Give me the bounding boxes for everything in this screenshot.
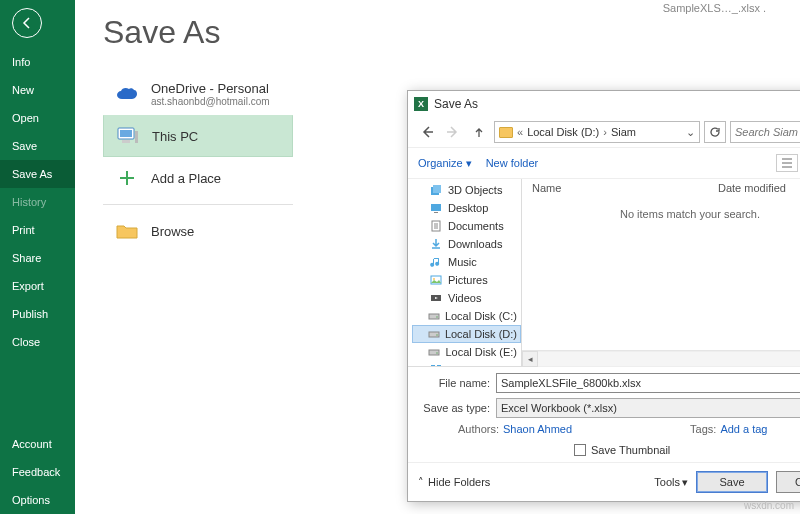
location-add-place[interactable]: Add a Place	[103, 157, 293, 198]
tree-item-local-disk-c-[interactable]: Local Disk (C:)	[412, 307, 521, 325]
svg-rect-6	[433, 185, 441, 193]
breadcrumb-seg2[interactable]: Siam	[611, 126, 636, 138]
titlebar-filename: SampleXLS…_.xlsx .	[657, 0, 800, 16]
nav-forward-button[interactable]	[442, 121, 464, 143]
sidebar-item-print[interactable]: Print	[0, 216, 75, 244]
view-options-button[interactable]	[776, 154, 798, 172]
svg-point-14	[436, 316, 438, 318]
svg-rect-1	[120, 130, 132, 137]
refresh-icon	[709, 126, 721, 138]
column-headers[interactable]: Name Date modified Type	[522, 179, 800, 196]
file-name-input[interactable]: SampleXLSFile_6800kb.xlsx ⌄	[496, 373, 800, 393]
tree-item-downloads[interactable]: Downloads	[412, 235, 521, 253]
tree-item-network[interactable]: ▸Network	[412, 361, 521, 366]
arrow-up-icon	[473, 126, 485, 138]
tags-label: Tags:	[690, 423, 716, 435]
organize-menu[interactable]: Organize▾	[418, 157, 472, 170]
sidebar-item-feedback[interactable]: Feedback	[0, 458, 75, 486]
cancel-button[interactable]: Cancel	[776, 471, 800, 493]
sidebar-item-info[interactable]: Info	[0, 48, 75, 76]
expand-icon: ▸	[416, 365, 424, 366]
onedrive-title: OneDrive - Personal	[151, 81, 270, 96]
breadcrumb-bar[interactable]: « Local Disk (D:) › Siam ⌄	[494, 121, 700, 143]
main-pane: SampleXLS…_.xlsx . Save As OneDrive - Pe…	[75, 0, 800, 514]
tree-item-label: Local Disk (C:)	[445, 310, 517, 322]
add-place-title: Add a Place	[151, 171, 221, 186]
sidebar-item-save-as[interactable]: Save As	[0, 160, 75, 188]
save-location-list: OneDrive - Personal ast.shaonbd@hotmail.…	[103, 73, 293, 251]
sidebar-item-new[interactable]: New	[0, 76, 75, 104]
svg-point-11	[433, 278, 435, 280]
sidebar-item-export[interactable]: Export	[0, 272, 75, 300]
file-name-label: File name:	[418, 377, 490, 389]
folder-tree: 3D ObjectsDesktopDocumentsDownloadsMusic…	[408, 179, 522, 366]
chevron-down-icon[interactable]: ⌄	[686, 126, 695, 139]
tree-item-label: Desktop	[448, 202, 488, 214]
sidebar-item-save[interactable]: Save	[0, 132, 75, 160]
search-input[interactable]	[730, 121, 800, 143]
tree-item-local-disk-e-[interactable]: Local Disk (E:)	[412, 343, 521, 361]
save-thumbnail-checkbox[interactable]	[574, 444, 586, 456]
sidebar-item-account[interactable]: Account	[0, 430, 75, 458]
authors-value[interactable]: Shaon Ahmed	[503, 423, 572, 435]
new-folder-button[interactable]: New folder	[486, 157, 539, 169]
save-type-label: Save as type:	[418, 402, 490, 414]
horizontal-scrollbar[interactable]: ◂ ▸	[522, 350, 800, 366]
arrow-left-icon	[19, 15, 35, 31]
desktop-icon	[429, 201, 443, 215]
tree-item-local-disk-d-[interactable]: Local Disk (D:)	[412, 325, 521, 343]
tree-item-3d-objects[interactable]: 3D Objects	[412, 181, 521, 199]
save-button[interactable]: Save	[696, 471, 768, 493]
this-pc-title: This PC	[152, 129, 198, 144]
col-name[interactable]: Name	[532, 182, 718, 194]
save-thumbnail-label: Save Thumbnail	[591, 444, 670, 456]
tree-item-pictures[interactable]: Pictures	[412, 271, 521, 289]
location-browse[interactable]: Browse	[103, 211, 293, 251]
sidebar-item-publish[interactable]: Publish	[0, 300, 75, 328]
save-type-dropdown[interactable]: Excel Workbook (*.xlsx) ⌄	[496, 398, 800, 418]
3d-icon	[429, 183, 443, 197]
sidebar-item-options[interactable]: Options	[0, 486, 75, 514]
svg-rect-7	[431, 204, 441, 211]
location-this-pc[interactable]: This PC	[103, 115, 293, 157]
location-onedrive[interactable]: OneDrive - Personal ast.shaonbd@hotmail.…	[103, 73, 293, 115]
disk-icon	[428, 309, 440, 323]
sidebar-item-close[interactable]: Close	[0, 328, 75, 356]
page-title: Save As	[103, 14, 772, 51]
cloud-icon	[115, 82, 139, 106]
scrollbar-left-icon[interactable]: ◂	[522, 351, 538, 367]
col-date[interactable]: Date modified	[718, 182, 800, 194]
tree-item-documents[interactable]: Documents	[412, 217, 521, 235]
folder-icon	[115, 219, 139, 243]
network-icon	[429, 363, 443, 366]
browse-title: Browse	[151, 224, 194, 239]
authors-label: Authors:	[458, 423, 499, 435]
folder-icon	[499, 127, 513, 138]
nav-up-button[interactable]	[468, 121, 490, 143]
svg-rect-20	[437, 365, 441, 366]
tree-item-label: Music	[448, 256, 477, 268]
svg-point-16	[436, 334, 438, 336]
nav-back-button[interactable]	[416, 121, 438, 143]
arrow-left-icon	[420, 125, 434, 139]
breadcrumb-seg1[interactable]: Local Disk (D:)	[527, 126, 599, 138]
save-as-dialog: X Save As « Local Disk (D:) › Siam ⌄	[407, 90, 800, 502]
hide-folders-button[interactable]: ˄ Hide Folders	[418, 476, 490, 489]
svg-rect-3	[122, 140, 130, 143]
sidebar-item-history: History	[0, 188, 75, 216]
chevron-down-icon: ▾	[682, 476, 688, 489]
tree-item-label: Videos	[448, 292, 481, 304]
videos-icon	[429, 291, 443, 305]
tools-menu[interactable]: Tools ▾	[654, 476, 688, 489]
sidebar-item-share[interactable]: Share	[0, 244, 75, 272]
arrow-right-icon	[446, 125, 460, 139]
sidebar-item-open[interactable]: Open	[0, 104, 75, 132]
tags-value[interactable]: Add a tag	[720, 423, 767, 435]
empty-message: No items match your search.	[522, 196, 800, 350]
tree-item-videos[interactable]: Videos	[412, 289, 521, 307]
chevron-right-icon: ›	[603, 126, 607, 138]
refresh-button[interactable]	[704, 121, 726, 143]
tree-item-desktop[interactable]: Desktop	[412, 199, 521, 217]
tree-item-music[interactable]: Music	[412, 253, 521, 271]
back-button[interactable]	[12, 8, 42, 38]
